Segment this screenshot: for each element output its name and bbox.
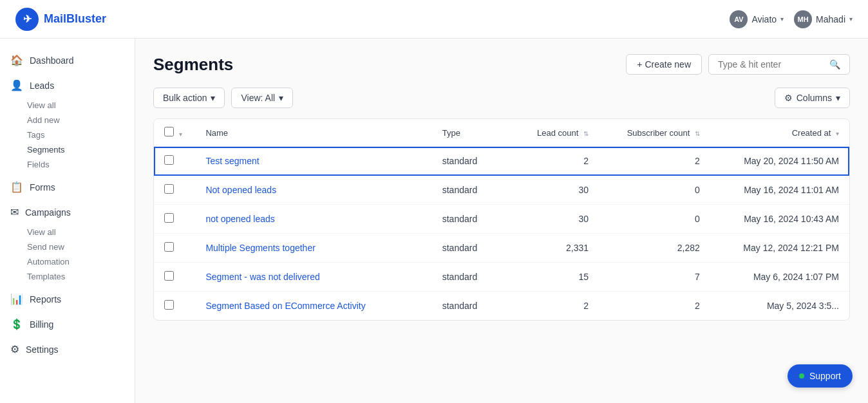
- toolbar: Bulk action ▾ View: All ▾ ⚙ Columns ▾: [153, 88, 850, 108]
- billing-icon: 💲: [10, 318, 23, 330]
- row-name-link[interactable]: Segment - was not delivered: [205, 272, 319, 282]
- search-input[interactable]: [718, 59, 824, 70]
- page-header: Segments + Create new 🔍: [153, 54, 850, 75]
- sidebar-label-campaigns: Campaigns: [25, 207, 71, 218]
- bulk-action-label: Bulk action: [163, 93, 207, 103]
- row-lead-count: 2: [515, 292, 599, 321]
- sidebar-item-campaigns-viewall[interactable]: View all: [27, 225, 135, 239]
- sidebar-item-leads[interactable]: 👤 Leads: [0, 74, 135, 97]
- lead-count-sort-icon: ⇅: [583, 130, 589, 137]
- segments-table-wrapper: ▾ Name Type Lead count ⇅ S: [153, 118, 850, 321]
- sidebar-label-billing: Billing: [30, 319, 53, 330]
- table-row: Segment Based on ECommerce Activity stan…: [154, 292, 849, 321]
- sidebar-item-leads-tags[interactable]: Tags: [27, 127, 135, 142]
- sidebar-item-campaigns-sendnew[interactable]: Send new: [27, 239, 135, 254]
- sidebar-item-leads-segments[interactable]: Segments: [27, 142, 135, 157]
- leads-submenu: View all Add new Tags Segments Fields: [0, 97, 135, 173]
- columns-button[interactable]: ⚙ Columns ▾: [775, 88, 850, 108]
- th-type[interactable]: Type: [432, 119, 516, 147]
- subscriber-count-sort-icon: ⇅: [695, 130, 700, 137]
- sidebar-item-leads-viewall[interactable]: View all: [27, 98, 135, 113]
- th-lead-count-label: Lead count: [537, 128, 578, 138]
- row-checkbox[interactable]: [164, 271, 174, 281]
- row-name: Test segment: [195, 147, 431, 176]
- logo[interactable]: ✈ MailBluster: [15, 8, 106, 31]
- row-subscriber-count: 2: [599, 292, 710, 321]
- bulk-action-chevron-icon: ▾: [211, 93, 215, 103]
- row-checkbox-cell: [154, 292, 195, 321]
- sidebar-item-billing[interactable]: 💲 Billing: [0, 313, 135, 335]
- row-checkbox[interactable]: [164, 242, 174, 252]
- row-name: Segment - was not delivered: [195, 263, 431, 292]
- sidebar-item-forms[interactable]: 📋 Forms: [0, 176, 135, 198]
- row-name-link[interactable]: Multiple Segments together: [205, 243, 315, 253]
- mahadi-name: Mahadi: [816, 14, 845, 24]
- row-subscriber-count: 2,282: [599, 234, 710, 263]
- sidebar-item-reports[interactable]: 📊 Reports: [0, 288, 135, 310]
- row-lead-count: 30: [515, 176, 599, 205]
- forms-icon: 📋: [10, 181, 23, 193]
- home-icon: 🏠: [10, 54, 23, 66]
- logo-text: MailBluster: [44, 12, 106, 26]
- table-row: Not opened leads standard 30 0 May 16, 2…: [154, 176, 849, 205]
- aviato-account[interactable]: AV Aviato ▾: [730, 10, 784, 28]
- support-button[interactable]: Support: [788, 364, 853, 388]
- row-name-link[interactable]: Segment Based on ECommerce Activity: [205, 301, 365, 311]
- row-subscriber-count: 0: [599, 176, 710, 205]
- view-filter-button[interactable]: View: All ▾: [231, 88, 293, 108]
- row-checkbox[interactable]: [164, 155, 174, 165]
- table-header-row: ▾ Name Type Lead count ⇅ S: [154, 119, 849, 147]
- mahadi-account[interactable]: MH Mahadi ▾: [794, 10, 853, 28]
- columns-chevron-icon: ▾: [836, 93, 840, 103]
- sidebar-label-dashboard: Dashboard: [30, 55, 74, 66]
- toolbar-left: Bulk action ▾ View: All ▾: [153, 88, 293, 108]
- th-lead-count[interactable]: Lead count ⇅: [515, 119, 599, 147]
- th-subscriber-count-label: Subscriber count: [627, 128, 690, 138]
- sidebar-section-forms: 📋 Forms: [0, 176, 135, 198]
- row-name: Not opened leads: [195, 176, 431, 205]
- bulk-action-button[interactable]: Bulk action ▾: [153, 88, 225, 108]
- created-at-sort-icon: ▾: [836, 130, 839, 137]
- th-checkbox: ▾: [154, 119, 195, 147]
- row-type: standard: [432, 205, 516, 234]
- row-name-link[interactable]: not opened leads: [205, 214, 274, 224]
- row-lead-count: 15: [515, 263, 599, 292]
- row-name: not opened leads: [195, 205, 431, 234]
- header-right: AV Aviato ▾ MH Mahadi ▾: [730, 10, 853, 28]
- sidebar-item-campaigns[interactable]: ✉ Campaigns: [0, 201, 135, 223]
- sidebar-item-leads-addnew[interactable]: Add new: [27, 113, 135, 127]
- sidebar-item-dashboard[interactable]: 🏠 Dashboard: [0, 49, 135, 71]
- row-checkbox[interactable]: [164, 213, 174, 223]
- sidebar-item-campaigns-templates[interactable]: Templates: [27, 269, 135, 284]
- sidebar-label-leads: Leads: [30, 80, 54, 91]
- th-subscriber-count[interactable]: Subscriber count ⇅: [599, 119, 710, 147]
- aviato-avatar: AV: [730, 10, 748, 28]
- table-row: not opened leads standard 30 0 May 16, 2…: [154, 205, 849, 234]
- support-status-dot: [799, 373, 804, 379]
- th-expand-icon: ▾: [179, 131, 182, 138]
- row-checkbox[interactable]: [164, 184, 174, 194]
- th-created-at[interactable]: Created at ▾: [710, 119, 849, 147]
- sidebar-item-campaigns-automation[interactable]: Automation: [27, 254, 135, 269]
- main-content: Segments + Create new 🔍 Bulk action ▾ Vi…: [135, 39, 868, 403]
- row-subscriber-count: 0: [599, 205, 710, 234]
- sidebar-section-leads: 👤 Leads View all Add new Tags Segments F…: [0, 74, 135, 173]
- sidebar-item-settings[interactable]: ⚙ Settings: [0, 338, 135, 361]
- sidebar-section-billing: 💲 Billing: [0, 313, 135, 335]
- sidebar-item-leads-fields[interactable]: Fields: [27, 157, 135, 172]
- row-lead-count: 30: [515, 205, 599, 234]
- select-all-checkbox[interactable]: [164, 127, 174, 136]
- row-type: standard: [432, 147, 516, 176]
- row-name-link[interactable]: Not opened leads: [205, 185, 276, 195]
- th-name[interactable]: Name: [195, 119, 431, 147]
- gear-icon: ⚙: [784, 93, 793, 103]
- row-name-link[interactable]: Test segment: [205, 156, 259, 166]
- row-type: standard: [432, 263, 516, 292]
- main-layout: 🏠 Dashboard 👤 Leads View all Add new Tag…: [0, 39, 868, 403]
- create-new-button[interactable]: + Create new: [626, 54, 702, 75]
- mahadi-chevron-icon: ▾: [849, 15, 853, 23]
- th-name-label: Name: [205, 128, 228, 138]
- sidebar-label-forms: Forms: [30, 182, 55, 192]
- row-type: standard: [432, 292, 516, 321]
- row-checkbox[interactable]: [164, 300, 174, 310]
